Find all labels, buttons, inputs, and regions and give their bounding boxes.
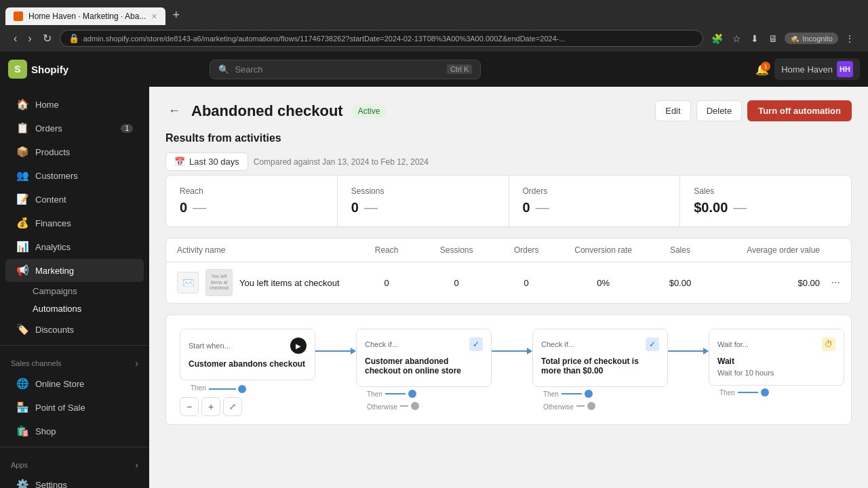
metric-reach-label: Reach <box>180 186 323 196</box>
customers-icon: 👥 <box>16 169 28 182</box>
sidebar-label-analytics: Analytics <box>35 242 71 252</box>
date-range-button[interactable]: 📅 Last 30 days <box>165 152 248 171</box>
sidebar-label-automations: Automations <box>33 304 81 314</box>
flow-node-check1-header: Check if... ✓ <box>365 338 483 351</box>
sidebar-item-finances[interactable]: 💰 Finances <box>5 211 144 235</box>
header-search: 🔍 Search Ctrl K <box>210 60 481 79</box>
flow-node-wait: Wait for... ⏱ Wait Wait for 10 hours <box>709 329 844 386</box>
sidebar-item-content[interactable]: 📝 Content <box>5 188 144 211</box>
activity-conversion: 0% <box>561 278 646 288</box>
sidebar-label-pos: Point of Sale <box>35 403 85 413</box>
sales-channels-expand[interactable]: › <box>135 358 138 369</box>
new-tab-button[interactable]: + <box>167 5 185 25</box>
metrics-row: Reach 0 — Sessions 0 — Orders <box>165 175 852 227</box>
menu-button[interactable]: ⋮ <box>842 30 857 47</box>
sidebar-item-analytics[interactable]: 📊 Analytics <box>5 235 144 258</box>
tab-close-btn[interactable]: ✕ <box>151 12 157 21</box>
sidebar-item-shop[interactable]: 🛍️ Shop <box>5 420 144 443</box>
shop-icon: 🛍️ <box>16 425 28 437</box>
check2-otherwise-dot <box>587 402 595 410</box>
extensions-button[interactable]: 🧩 <box>709 30 726 47</box>
flow-node-check2-header: Check if... ✓ <box>541 338 659 351</box>
sidebar-item-home[interactable]: 🏠 Home <box>5 93 144 116</box>
forward-nav-button[interactable]: › <box>25 30 34 47</box>
zoom-in-button[interactable]: + <box>201 397 220 416</box>
turn-off-button[interactable]: Turn off automation <box>747 100 852 121</box>
download-button[interactable]: ⬇ <box>748 30 762 47</box>
apps-expand[interactable]: › <box>135 460 138 470</box>
back-nav-button[interactable]: ‹ <box>11 30 20 47</box>
table-row: ✉️ You left items at checkout You left i… <box>166 262 851 303</box>
col-header-avg: Average order value <box>715 245 820 255</box>
orders-badge: 1 <box>121 124 133 133</box>
notifications-button[interactable]: 🔔 1 <box>755 63 769 76</box>
metric-sessions: Sessions 0 — <box>338 176 509 226</box>
flow-node-check1: Check if... ✓ Customer abandoned checkou… <box>356 329 492 387</box>
reload-button[interactable]: ↻ <box>40 29 54 47</box>
sidebar-item-settings[interactable]: ⚙️ Settings <box>5 473 144 488</box>
metric-sales: Sales $0.00 — <box>680 176 851 226</box>
flow-container: Start when... ▶ Customer abandons checko… <box>165 314 852 425</box>
wait-then-dot <box>761 388 769 396</box>
search-box[interactable]: 🔍 Search Ctrl K <box>210 60 481 79</box>
col-header-sales: Sales <box>645 245 715 255</box>
sidebar-sub-campaigns[interactable]: Campaigns <box>5 283 144 300</box>
activity-more-button[interactable]: ··· <box>831 277 840 289</box>
wait-header-text: Wait for... <box>717 340 749 348</box>
status-badge: Active <box>351 104 387 118</box>
sidebar-item-discounts[interactable]: 🏷️ Discounts <box>5 318 144 341</box>
activity-sales: $0.00 <box>645 278 715 288</box>
sidebar-sub-automations[interactable]: Automations <box>5 300 144 317</box>
finances-icon: 💰 <box>16 217 28 229</box>
flow-node-wait-title: Wait <box>717 357 835 366</box>
store-button[interactable]: Home Haven HH <box>774 58 860 80</box>
sidebar-label-customers: Customers <box>35 171 78 181</box>
zoom-out-button[interactable]: − <box>180 397 199 416</box>
flow-node-check2-title: Total price of checkout is more than $0.… <box>541 357 659 375</box>
arrow-2 <box>492 348 532 354</box>
flow-node-trigger: Start when... ▶ Customer abandons checko… <box>180 329 315 380</box>
search-icon: 🔍 <box>218 64 229 75</box>
notification-badge: 1 <box>761 62 770 71</box>
trigger-then-label: Then <box>191 384 206 392</box>
col-header-orders: Orders <box>492 245 561 255</box>
expand-button[interactable]: ⤢ <box>223 397 242 416</box>
col-header-reach: Reach <box>352 245 422 255</box>
sidebar-item-marketing[interactable]: 📢 Marketing <box>5 259 144 282</box>
table-header: Activity name Reach Sessions Orders Conv… <box>166 239 851 262</box>
back-button[interactable]: ← <box>165 101 183 121</box>
metric-reach-value: 0 — <box>180 200 323 216</box>
trigger-header-text: Start when... <box>189 342 231 350</box>
flow-node-check2: Check if... ✓ Total price of checkout is… <box>532 329 668 387</box>
delete-button[interactable]: Delete <box>696 100 743 121</box>
check2-otherwise-label: Otherwise <box>543 403 574 411</box>
sidebar-item-customers[interactable]: 👥 Customers <box>5 164 144 187</box>
sidebar-item-orders[interactable]: 📋 Orders 1 <box>5 117 144 140</box>
search-shortcut: Ctrl K <box>447 64 473 74</box>
col-header-sessions: Sessions <box>422 245 492 255</box>
active-tab[interactable]: Home Haven · Marketing · Aba... ✕ <box>5 7 165 25</box>
cast-button[interactable]: 🖥 <box>766 30 781 47</box>
bookmark-button[interactable]: ☆ <box>730 30 744 47</box>
check1-header-text: Check if... <box>365 340 398 348</box>
page-title-row: ← Abandoned checkout Active Edit Delete … <box>165 100 852 121</box>
metric-sessions-value: 0 — <box>351 200 495 216</box>
flow-node-wait-desc: Wait for 10 hours <box>717 369 835 377</box>
activity-table: Activity name Reach Sessions Orders Conv… <box>165 238 852 304</box>
metric-sessions-label: Sessions <box>351 186 495 196</box>
tab-title: Home Haven · Marketing · Aba... <box>28 12 146 21</box>
sidebar-separator-1 <box>0 345 149 346</box>
sidebar-item-products[interactable]: 📦 Products <box>5 140 144 163</box>
sidebar-label-settings: Settings <box>35 480 67 489</box>
check1-icon: ✓ <box>469 338 483 351</box>
activity-sessions: 0 <box>422 278 492 288</box>
edit-button[interactable]: Edit <box>655 100 690 121</box>
sidebar-item-online-store[interactable]: 🌐 Online Store <box>5 372 144 395</box>
address-bar[interactable]: 🔒 admin.shopify.com/store/de8143-a6/mark… <box>60 30 704 47</box>
url-text: admin.shopify.com/store/de8143-a6/market… <box>83 35 566 43</box>
store-avatar: HH <box>837 61 853 77</box>
sidebar-item-pos[interactable]: 🏪 Point of Sale <box>5 396 144 419</box>
store-name: Home Haven <box>781 64 833 75</box>
start-icon: ▶ <box>290 338 307 354</box>
metric-reach: Reach 0 — <box>166 176 338 226</box>
